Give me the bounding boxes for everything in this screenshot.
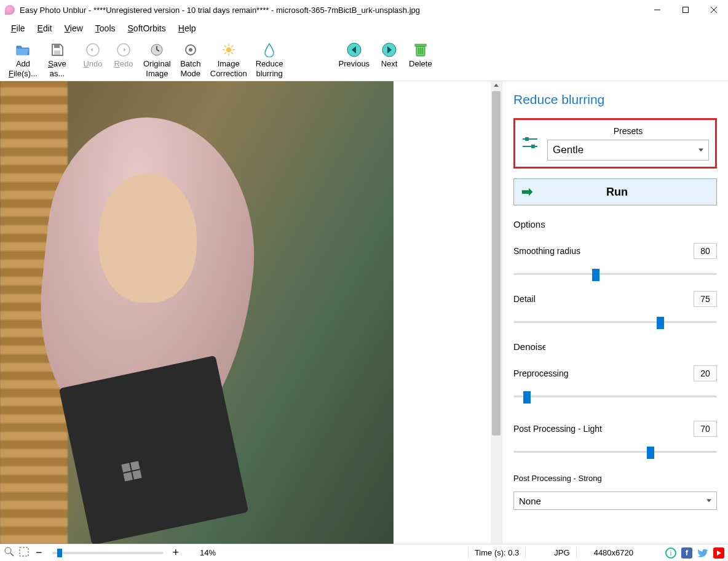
svg-point-33 — [5, 547, 11, 554]
zoom-fit-icon[interactable] — [18, 546, 30, 559]
svg-rect-32 — [531, 145, 535, 148]
svg-rect-25 — [415, 44, 426, 46]
menubar: File Edit View Tools SoftOrbits Help — [0, 20, 728, 37]
image-viewer[interactable] — [0, 81, 502, 544]
svg-line-21 — [231, 46, 233, 47]
image-correction-button[interactable]: ImageCorrection — [207, 39, 251, 81]
content-area: Reduce blurring Presets Gentle ➡ Run Opt… — [0, 81, 728, 544]
status-format: JPG — [554, 548, 569, 557]
detail-value[interactable]: 75 — [694, 291, 717, 307]
titlebar: Easy Photo Unblur - ****Unregistered ver… — [0, 0, 728, 20]
svg-line-20 — [224, 52, 226, 54]
gear-icon — [183, 42, 199, 58]
undo-button[interactable]: Undo — [78, 39, 108, 71]
run-arrow-icon: ➡ — [521, 184, 532, 200]
post-light-label: Post Processing - Light — [513, 424, 602, 434]
undo-icon — [85, 42, 101, 58]
presets-label: Presets — [547, 126, 709, 136]
post-light-slider[interactable] — [513, 445, 717, 458]
zoom-slider[interactable] — [52, 552, 163, 554]
droplet-icon — [261, 42, 277, 58]
zoom-percent: 14% — [200, 548, 216, 557]
add-files-button[interactable]: AddFile(s)... — [5, 39, 41, 81]
post-strong-dropdown[interactable]: None — [513, 491, 717, 510]
svg-line-34 — [10, 553, 14, 556]
vertical-scrollbar[interactable] — [491, 81, 502, 544]
svg-text:i: i — [670, 549, 671, 557]
menu-tools[interactable]: Tools — [89, 21, 122, 36]
next-icon — [381, 42, 397, 58]
reduce-blurring-button[interactable]: Reduceblurring — [252, 39, 287, 81]
batch-mode-button[interactable]: BatchMode — [176, 39, 205, 81]
minimize-button[interactable] — [643, 0, 671, 20]
menu-edit[interactable]: Edit — [31, 21, 58, 36]
maximize-button[interactable] — [671, 0, 700, 20]
denoise-heading: Denoise — [513, 341, 545, 352]
statusbar: − + 14% Time (s): 0.3 JPG 4480x6720 i f — [0, 544, 728, 561]
svg-point-13 — [226, 47, 231, 52]
redo-icon — [116, 42, 132, 58]
zoom-out-button[interactable]: − — [33, 546, 45, 559]
preprocessing-slider[interactable] — [513, 390, 717, 402]
previous-icon — [346, 42, 362, 58]
info-icon[interactable]: i — [665, 547, 676, 559]
facebook-icon[interactable]: f — [681, 547, 692, 559]
status-time: Time (s): 0.3 — [475, 548, 519, 557]
run-button[interactable]: ➡ Run — [513, 178, 717, 205]
svg-line-19 — [231, 52, 233, 54]
detail-label: Detail — [513, 294, 536, 304]
smoothing-slider[interactable] — [513, 268, 717, 280]
redo-button[interactable]: Redo — [109, 39, 138, 71]
svg-line-18 — [224, 46, 226, 47]
trash-icon — [413, 42, 429, 58]
smoothing-value[interactable]: 80 — [694, 243, 717, 259]
side-panel: Reduce blurring Presets Gentle ➡ Run Opt… — [502, 81, 728, 544]
window-title: Easy Photo Unblur - ****Unregistered ver… — [20, 6, 643, 15]
presets-group-highlight: Presets Gentle — [513, 118, 717, 169]
youtube-icon[interactable] — [713, 547, 724, 559]
svg-rect-5 — [54, 50, 60, 55]
delete-button[interactable]: Delete — [405, 39, 436, 71]
original-image-button[interactable]: OriginalImage — [140, 39, 175, 81]
save-as-button[interactable]: Saveas... — [42, 39, 72, 81]
post-strong-label: Post Processing - Strong — [513, 474, 717, 483]
chevron-down-icon — [698, 149, 703, 152]
social-links: i f — [665, 547, 724, 559]
zoom-in-button[interactable]: + — [170, 546, 182, 559]
menu-view[interactable]: View — [58, 21, 89, 36]
menu-file[interactable]: File — [5, 21, 31, 36]
smoothing-label: Smoothing radius — [513, 246, 580, 256]
preprocessing-value[interactable]: 20 — [694, 365, 717, 381]
toolbar: AddFile(s)... Saveas... Undo Redo Origin… — [0, 37, 728, 81]
app-icon — [5, 5, 15, 15]
menu-help[interactable]: Help — [172, 21, 202, 36]
clock-icon — [149, 42, 165, 58]
previous-button[interactable]: Previous — [335, 39, 374, 71]
preview-image — [0, 81, 394, 544]
sliders-icon — [521, 135, 539, 152]
svg-rect-35 — [20, 547, 28, 556]
status-dimensions: 4480x6720 — [594, 548, 633, 557]
next-button[interactable]: Next — [374, 39, 404, 71]
panel-title: Reduce blurring — [513, 92, 717, 107]
svg-point-12 — [189, 48, 192, 52]
svg-rect-4 — [54, 44, 60, 48]
twitter-icon[interactable] — [697, 547, 708, 559]
svg-rect-1 — [683, 7, 689, 13]
zoom-actual-icon[interactable] — [4, 546, 15, 559]
svg-rect-31 — [525, 137, 529, 141]
options-heading: Options — [513, 219, 717, 229]
presets-dropdown[interactable]: Gentle — [547, 140, 709, 161]
post-light-value[interactable]: 70 — [694, 421, 717, 437]
window-controls — [643, 0, 728, 20]
preprocessing-label: Preprocessing — [513, 368, 569, 378]
chevron-down-icon — [706, 499, 711, 503]
detail-slider[interactable] — [513, 316, 717, 328]
close-button[interactable] — [700, 0, 728, 20]
sun-icon — [221, 42, 237, 58]
folder-open-icon — [15, 42, 31, 58]
menu-softorbits[interactable]: SoftOrbits — [122, 21, 172, 36]
save-icon — [49, 42, 65, 58]
